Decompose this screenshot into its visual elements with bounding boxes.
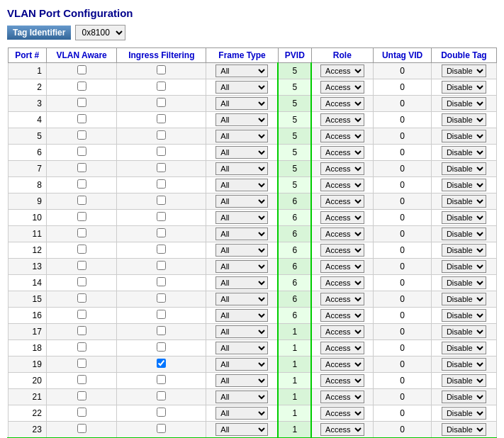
frame-type-cell[interactable]: AllTaggedUntagged <box>206 275 278 291</box>
role-cell[interactable]: AccessTrunkHybrid <box>311 79 373 96</box>
frame-type-select[interactable]: AllTaggedUntagged <box>215 97 268 110</box>
double-tag-cell[interactable]: DisableEnable <box>432 193 496 210</box>
frame-type-cell[interactable]: AllTaggedUntagged <box>206 324 278 340</box>
double-tag-select[interactable]: DisableEnable <box>442 309 486 322</box>
double-tag-cell[interactable]: DisableEnable <box>432 79 496 96</box>
ingress-filtering-checkbox[interactable] <box>157 114 166 123</box>
role-select[interactable]: AccessTrunkHybrid <box>320 162 364 175</box>
double-tag-cell[interactable]: DisableEnable <box>432 161 496 177</box>
double-tag-cell[interactable]: DisableEnable <box>432 308 496 324</box>
double-tag-select[interactable]: DisableEnable <box>442 374 486 387</box>
role-select[interactable]: AccessTrunkHybrid <box>320 179 364 191</box>
ingress-filtering-cell[interactable] <box>117 96 206 112</box>
ingress-filtering-checkbox[interactable] <box>157 130 166 140</box>
frame-type-cell[interactable]: AllTaggedUntagged <box>206 291 278 308</box>
ingress-filtering-checkbox[interactable] <box>157 179 166 189</box>
double-tag-select[interactable]: DisableEnable <box>442 81 486 94</box>
role-select[interactable]: AccessTrunkHybrid <box>320 260 364 273</box>
vlan-aware-cell[interactable] <box>46 128 116 145</box>
role-select[interactable]: AccessTrunkHybrid <box>320 276 364 289</box>
ingress-filtering-cell[interactable] <box>117 389 206 405</box>
frame-type-select[interactable]: AllTaggedUntagged <box>215 391 268 403</box>
vlan-aware-cell[interactable] <box>46 324 116 340</box>
frame-type-cell[interactable]: AllTaggedUntagged <box>206 79 278 96</box>
double-tag-cell[interactable]: DisableEnable <box>432 177 496 193</box>
frame-type-cell[interactable]: AllTaggedUntagged <box>206 210 278 226</box>
ingress-filtering-cell[interactable] <box>117 210 206 226</box>
frame-type-cell[interactable]: AllTaggedUntagged <box>206 259 278 275</box>
role-cell[interactable]: AccessTrunkHybrid <box>311 63 373 79</box>
role-select[interactable]: AccessTrunkHybrid <box>320 130 364 142</box>
ingress-filtering-checkbox[interactable] <box>157 228 166 237</box>
double-tag-select[interactable]: DisableEnable <box>442 146 486 159</box>
frame-type-cell[interactable]: AllTaggedUntagged <box>206 177 278 193</box>
double-tag-select[interactable]: DisableEnable <box>442 260 486 273</box>
vlan-aware-cell[interactable] <box>46 356 116 373</box>
role-select[interactable]: AccessTrunkHybrid <box>320 342 364 354</box>
double-tag-cell[interactable]: DisableEnable <box>432 405 496 422</box>
double-tag-select[interactable]: DisableEnable <box>442 113 486 126</box>
double-tag-cell[interactable]: DisableEnable <box>432 145 496 161</box>
ingress-filtering-checkbox[interactable] <box>157 375 166 384</box>
vlan-aware-checkbox[interactable] <box>77 391 86 400</box>
vlan-aware-cell[interactable] <box>46 308 116 324</box>
role-select[interactable]: AccessTrunkHybrid <box>320 195 364 208</box>
ingress-filtering-cell[interactable] <box>117 308 206 324</box>
frame-type-select[interactable]: AllTaggedUntagged <box>215 276 268 289</box>
vlan-aware-cell[interactable] <box>46 177 116 193</box>
vlan-aware-checkbox[interactable] <box>77 130 86 140</box>
role-cell[interactable]: AccessTrunkHybrid <box>311 193 373 210</box>
role-cell[interactable]: AccessTrunkHybrid <box>311 308 373 324</box>
double-tag-select[interactable]: DisableEnable <box>442 195 486 208</box>
role-cell[interactable]: AccessTrunkHybrid <box>311 177 373 193</box>
role-select[interactable]: AccessTrunkHybrid <box>320 309 364 322</box>
double-tag-cell[interactable]: DisableEnable <box>432 324 496 340</box>
vlan-aware-checkbox[interactable] <box>77 65 86 74</box>
role-cell[interactable]: AccessTrunkHybrid <box>311 324 373 340</box>
role-cell[interactable]: AccessTrunkHybrid <box>311 275 373 291</box>
ingress-filtering-checkbox[interactable] <box>157 277 166 286</box>
double-tag-cell[interactable]: DisableEnable <box>432 112 496 128</box>
ingress-filtering-cell[interactable] <box>117 112 206 128</box>
ingress-filtering-cell[interactable] <box>117 422 206 439</box>
role-cell[interactable]: AccessTrunkHybrid <box>311 161 373 177</box>
role-cell[interactable]: AccessTrunkHybrid <box>311 128 373 145</box>
ingress-filtering-checkbox[interactable] <box>157 293 166 303</box>
frame-type-cell[interactable]: AllTaggedUntagged <box>206 226 278 242</box>
ingress-filtering-cell[interactable] <box>117 145 206 161</box>
frame-type-cell[interactable]: AllTaggedUntagged <box>206 422 278 439</box>
role-cell[interactable]: AccessTrunkHybrid <box>311 405 373 422</box>
role-select[interactable]: AccessTrunkHybrid <box>320 81 364 94</box>
frame-type-cell[interactable]: AllTaggedUntagged <box>206 96 278 112</box>
vlan-aware-cell[interactable] <box>46 242 116 259</box>
tag-identifier-select[interactable]: 0x81000x88A80x9100 <box>75 25 125 40</box>
frame-type-cell[interactable]: AllTaggedUntagged <box>206 193 278 210</box>
double-tag-cell[interactable]: DisableEnable <box>432 340 496 356</box>
vlan-aware-checkbox[interactable] <box>77 293 86 303</box>
double-tag-select[interactable]: DisableEnable <box>442 276 486 289</box>
double-tag-select[interactable]: DisableEnable <box>442 325 486 338</box>
ingress-filtering-cell[interactable] <box>117 193 206 210</box>
ingress-filtering-checkbox[interactable] <box>157 147 166 156</box>
role-cell[interactable]: AccessTrunkHybrid <box>311 422 373 439</box>
frame-type-select[interactable]: AllTaggedUntagged <box>215 407 268 420</box>
role-cell[interactable]: AccessTrunkHybrid <box>311 112 373 128</box>
vlan-aware-cell[interactable] <box>46 340 116 356</box>
double-tag-cell[interactable]: DisableEnable <box>432 96 496 112</box>
double-tag-select[interactable]: DisableEnable <box>442 423 486 436</box>
ingress-filtering-checkbox[interactable] <box>157 424 166 433</box>
vlan-aware-checkbox[interactable] <box>77 342 86 352</box>
frame-type-select[interactable]: AllTaggedUntagged <box>215 146 268 159</box>
vlan-aware-checkbox[interactable] <box>77 424 86 433</box>
vlan-aware-cell[interactable] <box>46 210 116 226</box>
frame-type-select[interactable]: AllTaggedUntagged <box>215 309 268 322</box>
vlan-aware-checkbox[interactable] <box>77 359 86 368</box>
frame-type-cell[interactable]: AllTaggedUntagged <box>206 63 278 79</box>
ingress-filtering-cell[interactable] <box>117 340 206 356</box>
double-tag-select[interactable]: DisableEnable <box>442 211 486 224</box>
vlan-aware-checkbox[interactable] <box>77 212 86 221</box>
frame-type-select[interactable]: AllTaggedUntagged <box>215 325 268 338</box>
frame-type-select[interactable]: AllTaggedUntagged <box>215 179 268 191</box>
vlan-aware-checkbox[interactable] <box>77 408 86 417</box>
frame-type-select[interactable]: AllTaggedUntagged <box>215 342 268 354</box>
